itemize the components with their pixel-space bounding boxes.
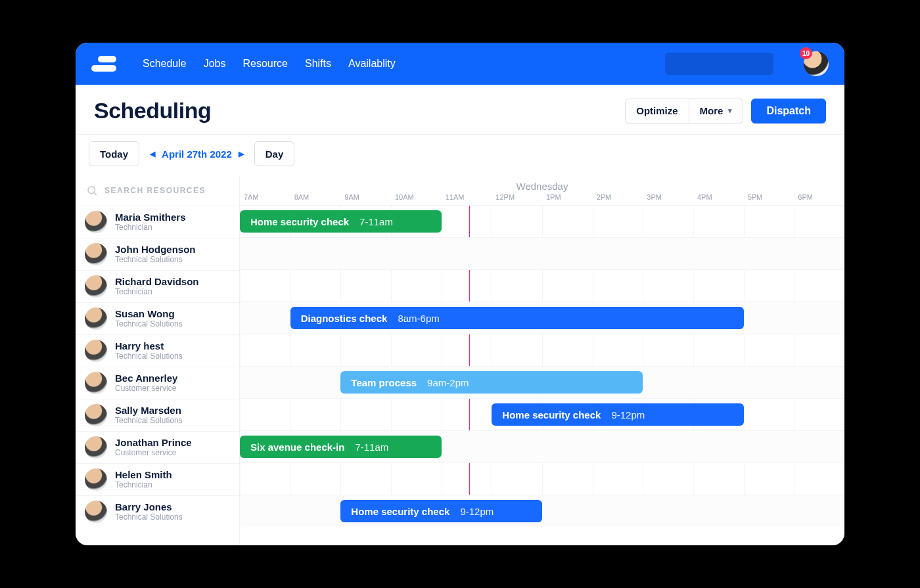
hour-label: 1PM: [542, 193, 593, 201]
nav-link-shifts[interactable]: Shifts: [305, 58, 331, 70]
timeline-row[interactable]: Home security check7-11am: [240, 205, 844, 237]
resource-name: Barry Jones: [115, 502, 183, 513]
avatar-icon: [85, 468, 107, 491]
search-icon: [86, 185, 98, 196]
resource-row[interactable]: John HodgensonTechnical Solutions: [76, 238, 239, 270]
notification-badge: 10: [800, 47, 812, 59]
current-date-label: April 27th 2022: [162, 148, 232, 160]
resource-role: Technician: [115, 223, 186, 232]
job-title: Six avenue check-in: [250, 441, 344, 453]
hour-label: 7AM: [240, 193, 290, 201]
resource-name: Bec Annerley: [115, 373, 177, 384]
nav-link-jobs[interactable]: Jobs: [204, 58, 226, 70]
timeline-row[interactable]: Home security check9-12pm: [240, 495, 844, 527]
resource-panel: SEARCH RESOURCES Maria SmithersTechnicia…: [76, 175, 240, 545]
resource-name: John Hodgenson: [115, 244, 196, 256]
job-title: Home security check: [502, 409, 601, 420]
resource-role: Technician: [115, 481, 172, 489]
resource-name: Harry hest: [115, 341, 183, 352]
timeline-row[interactable]: [240, 237, 844, 269]
resource-name: Richard Davidson: [115, 277, 199, 288]
timeline-row[interactable]: [240, 269, 844, 302]
hour-label: 11AM: [442, 193, 492, 201]
resource-name: Helen Smith: [115, 470, 172, 481]
job-block[interactable]: Home security check7-11am: [240, 210, 442, 233]
resource-row[interactable]: Jonathan PrinceCustomer service: [76, 431, 239, 463]
hour-label: 12PM: [492, 193, 542, 201]
resource-row[interactable]: Maria SmithersTechnician: [76, 206, 239, 238]
nav-search-field[interactable]: [665, 53, 773, 75]
timeline-row[interactable]: Diagnostics check8am-6pm: [240, 302, 844, 334]
date-picker[interactable]: ◀ April 27th 2022 ▶: [150, 148, 244, 160]
job-time: 9-12pm: [460, 506, 494, 517]
resource-row[interactable]: Harry hestTechnical Solutions: [76, 334, 239, 367]
avatar-icon: [85, 340, 107, 362]
job-block[interactable]: Home security check9-12pm: [492, 403, 743, 426]
timeline-panel: Wednesday 7AM8AM9AM10AM11AM12PM1PM2PM3PM…: [240, 175, 844, 545]
search-placeholder: SEARCH RESOURCES: [104, 186, 206, 195]
more-button[interactable]: More▾: [689, 99, 744, 124]
avatar-icon: [85, 436, 107, 459]
job-title: Home security check: [351, 506, 449, 517]
avatar-icon: [85, 404, 107, 426]
job-block[interactable]: Diagnostics check8am-6pm: [290, 307, 744, 329]
resource-role: Customer service: [115, 384, 177, 393]
app-window: Schedule Jobs Resource Shifts Availablit…: [76, 43, 844, 545]
resource-role: Technical Solutions: [115, 256, 196, 264]
hour-label: 3PM: [643, 193, 693, 201]
resource-list: Maria SmithersTechnicianJohn HodgensonTe…: [76, 206, 239, 545]
resource-name: Sally Marsden: [115, 405, 183, 417]
today-button[interactable]: Today: [89, 141, 139, 166]
avatar-icon: [85, 275, 107, 298]
nav-link-schedule[interactable]: Schedule: [143, 58, 187, 70]
resource-row[interactable]: Richard DavidsonTechnician: [76, 270, 239, 302]
job-block[interactable]: Six avenue check-in7-11am: [240, 436, 442, 458]
resource-row[interactable]: Susan WongTechnical Solutions: [76, 302, 239, 334]
timeline[interactable]: Home security check7-11amDiagnostics che…: [240, 205, 844, 527]
resource-name: Jonathan Prince: [115, 438, 192, 449]
dispatch-button[interactable]: Dispatch: [751, 99, 826, 124]
resource-role: Customer service: [115, 449, 192, 457]
nav-link-resource[interactable]: Resource: [243, 58, 288, 70]
title-bar: Scheduling Optimize More▾ Dispatch: [76, 85, 844, 135]
page-title: Scheduling: [94, 98, 211, 124]
optimize-button[interactable]: Optimize: [625, 99, 689, 124]
date-bar: Today ◀ April 27th 2022 ▶ Day: [76, 135, 844, 175]
resource-role: Technician: [115, 288, 199, 296]
timeline-row[interactable]: Six avenue check-in7-11am: [240, 430, 844, 463]
resource-name: Susan Wong: [115, 309, 183, 320]
hour-label: 6PM: [794, 193, 844, 201]
avatar-icon: [85, 501, 107, 523]
chevron-down-icon: ▾: [728, 106, 732, 115]
job-time: 8am-6pm: [398, 313, 439, 324]
user-avatar[interactable]: 10: [804, 51, 829, 76]
prev-day-icon[interactable]: ◀: [150, 150, 155, 158]
timeline-row[interactable]: [240, 334, 844, 366]
resource-row[interactable]: Barry JonesTechnical Solutions: [76, 495, 239, 528]
hour-label: 9AM: [340, 193, 391, 201]
view-selector[interactable]: Day: [254, 141, 295, 166]
resource-row[interactable]: Bec AnnerleyCustomer service: [76, 367, 239, 399]
search-resources[interactable]: SEARCH RESOURCES: [76, 175, 239, 206]
timeline-row[interactable]: [240, 463, 844, 495]
job-title: Home security check: [250, 216, 349, 227]
resource-name: Maria Smithers: [115, 212, 186, 223]
resource-role: Technical Solutions: [115, 417, 183, 425]
resource-row[interactable]: Sally MarsdenTechnical Solutions: [76, 399, 239, 431]
nav-links: Schedule Jobs Resource Shifts Availablit…: [143, 58, 396, 70]
timeline-row[interactable]: Home security check9-12pm: [240, 398, 844, 430]
top-nav: Schedule Jobs Resource Shifts Availablit…: [76, 43, 844, 85]
job-title: Team process: [351, 377, 417, 388]
hour-label: 10AM: [391, 193, 442, 201]
timeline-row[interactable]: Team process9am-2pm: [240, 366, 844, 398]
resource-row[interactable]: Helen SmithTechnician: [76, 463, 239, 495]
job-block[interactable]: Home security check9-12pm: [340, 500, 542, 522]
job-title: Diagnostics check: [301, 313, 388, 324]
job-block[interactable]: Team process9am-2pm: [340, 371, 643, 394]
resource-role: Technical Solutions: [115, 320, 183, 328]
svg-point-0: [88, 187, 95, 194]
resource-role: Technical Solutions: [115, 513, 183, 522]
nav-link-availability[interactable]: Availablity: [348, 58, 396, 70]
next-day-icon[interactable]: ▶: [239, 150, 244, 158]
hour-header: 7AM8AM9AM10AM11AM12PM1PM2PM3PM4PM5PM6PM: [240, 193, 844, 205]
